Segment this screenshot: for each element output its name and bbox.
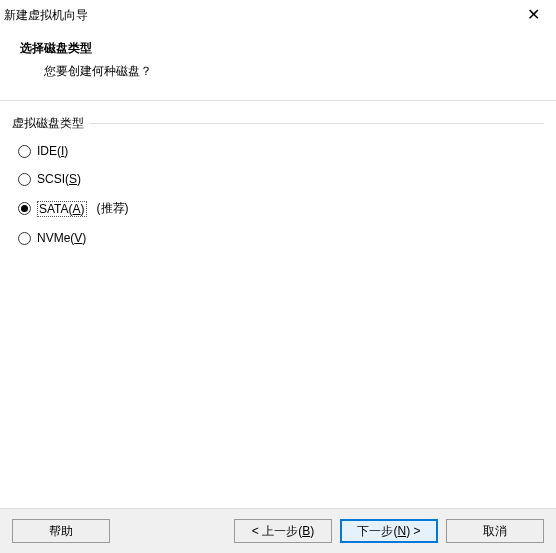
- radio-label: IDE(I): [37, 144, 68, 158]
- page-title: 选择磁盘类型: [20, 40, 536, 57]
- close-icon[interactable]: ✕: [521, 5, 546, 25]
- radio-icon: [18, 202, 31, 215]
- page-subtitle: 您要创建何种磁盘？: [44, 63, 536, 80]
- radio-list: IDE(I) SCSI(S) SATA(A) (推荐) NVMe(V): [12, 132, 544, 245]
- radio-ide[interactable]: IDE(I): [18, 144, 538, 158]
- radio-icon: [18, 232, 31, 245]
- radio-icon: [18, 173, 31, 186]
- radio-sata[interactable]: SATA(A) (推荐): [18, 200, 538, 217]
- header-divider: [0, 100, 556, 101]
- groupbox-line: [12, 123, 544, 124]
- cancel-button[interactable]: 取消: [446, 519, 544, 543]
- disk-type-group: 虚拟磁盘类型 IDE(I) SCSI(S) SATA(A) (推荐) NVMe(…: [12, 115, 544, 245]
- radio-scsi[interactable]: SCSI(S): [18, 172, 538, 186]
- radio-label: NVMe(V): [37, 231, 86, 245]
- radio-icon: [18, 145, 31, 158]
- help-button[interactable]: 帮助: [12, 519, 110, 543]
- groupbox-label: 虚拟磁盘类型: [12, 115, 90, 132]
- next-button[interactable]: 下一步(N) >: [340, 519, 438, 543]
- radio-nvme[interactable]: NVMe(V): [18, 231, 538, 245]
- back-button[interactable]: < 上一步(B): [234, 519, 332, 543]
- wizard-header: 选择磁盘类型 您要创建何种磁盘？: [0, 30, 556, 96]
- button-bar: 帮助 < 上一步(B) 下一步(N) > 取消: [0, 508, 556, 553]
- recommended-label: (推荐): [97, 200, 129, 217]
- window-title: 新建虚拟机向导: [4, 7, 88, 24]
- title-bar: 新建虚拟机向导 ✕: [0, 0, 556, 30]
- radio-label: SCSI(S): [37, 172, 81, 186]
- radio-label: SATA(A): [37, 201, 87, 217]
